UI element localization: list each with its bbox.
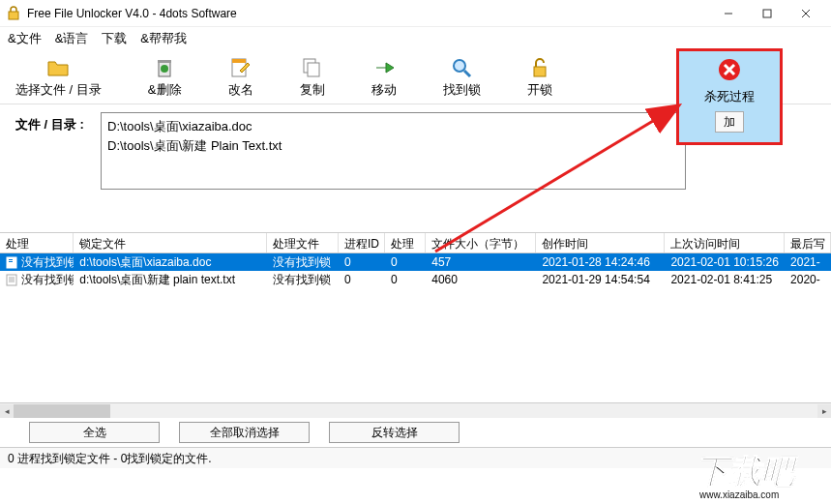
scroll-thumb[interactable] bbox=[14, 404, 110, 418]
add-button[interactable]: 加 bbox=[715, 111, 744, 133]
deselect-all-button[interactable]: 全部取消选择 bbox=[179, 422, 310, 443]
menu-help[interactable]: &帮帮我 bbox=[140, 30, 187, 47]
select-all-button[interactable]: 全选 bbox=[29, 422, 160, 443]
col-accessed[interactable]: 上次访问时间 bbox=[665, 233, 785, 252]
delete-label: &删除 bbox=[148, 81, 182, 99]
path-line: D:\tools\桌面\xiazaiba.doc bbox=[107, 117, 679, 136]
svg-rect-14 bbox=[534, 67, 546, 76]
horizontal-scrollbar[interactable]: ◂ ▸ bbox=[0, 402, 831, 418]
move-label: 移动 bbox=[371, 81, 397, 99]
file-icon bbox=[6, 273, 19, 286]
findlock-label: 找到锁 bbox=[443, 81, 481, 99]
path-label: 文件 / 目录 : bbox=[15, 112, 93, 190]
svg-rect-21 bbox=[9, 261, 13, 262]
rename-label: 改名 bbox=[228, 81, 253, 99]
close-button[interactable] bbox=[786, 0, 825, 27]
grid-body[interactable]: 没有找到锁d:\tools\桌面\xiazaiba.doc没有找到锁004572… bbox=[0, 253, 831, 399]
select-files-button[interactable]: 选择文件 / 目录 bbox=[15, 56, 102, 99]
col-proc[interactable]: 处理 bbox=[0, 233, 74, 252]
scroll-left-arrow[interactable]: ◂ bbox=[0, 404, 14, 418]
menubar: &文件 &语言 下载 &帮帮我 bbox=[0, 27, 831, 50]
svg-text:下载吧: 下载吧 bbox=[696, 453, 798, 489]
svg-rect-20 bbox=[9, 259, 13, 260]
kill-process-button[interactable]: 杀死过程 加 bbox=[676, 48, 783, 145]
menu-language[interactable]: &语言 bbox=[55, 30, 89, 47]
svg-text:www.xiazaiba.com: www.xiazaiba.com bbox=[698, 489, 779, 500]
app-icon bbox=[6, 6, 21, 21]
col-procfile[interactable]: 处理文件 bbox=[267, 233, 339, 252]
window-title: Free File Unlocker V4.0 - 4dots Software bbox=[27, 7, 709, 20]
findlock-button[interactable]: 找到锁 bbox=[443, 56, 481, 99]
unlock-button[interactable]: 开锁 bbox=[527, 56, 552, 99]
col-proc2[interactable]: 处理 bbox=[385, 233, 426, 252]
maximize-button[interactable] bbox=[748, 0, 786, 27]
move-button[interactable]: 移动 bbox=[371, 56, 397, 99]
rename-icon bbox=[229, 56, 252, 79]
svg-rect-2 bbox=[763, 10, 771, 17]
trash-icon bbox=[153, 56, 176, 79]
col-lockfile[interactable]: 锁定文件 bbox=[74, 233, 266, 252]
toolbar: 选择文件 / 目录 &删除 改名 复制 移动 找到锁 开锁 杀死过程 加 bbox=[0, 50, 831, 104]
move-icon bbox=[372, 56, 396, 79]
copy-icon bbox=[301, 56, 324, 79]
menu-download[interactable]: 下载 bbox=[102, 30, 127, 47]
invert-selection-button[interactable]: 反转选择 bbox=[329, 422, 460, 443]
svg-rect-6 bbox=[158, 60, 171, 63]
minimize-button[interactable] bbox=[709, 0, 748, 27]
table-row[interactable]: 没有找到锁d:\tools\桌面\新建 plain text.txt没有找到锁0… bbox=[0, 271, 831, 288]
col-lastwrite[interactable]: 最后写 bbox=[785, 233, 831, 252]
titlebar: Free File Unlocker V4.0 - 4dots Software bbox=[0, 0, 831, 27]
grid-header: 处理 锁定文件 处理文件 进程ID 处理 文件大小（字节） 创作时间 上次访问时… bbox=[0, 232, 831, 253]
svg-rect-11 bbox=[308, 63, 319, 76]
delete-button[interactable]: &删除 bbox=[148, 56, 182, 99]
select-files-label: 选择文件 / 目录 bbox=[15, 81, 102, 99]
scroll-right-arrow[interactable]: ▸ bbox=[817, 404, 831, 418]
path-line: D:\tools\桌面\新建 Plain Text.txt bbox=[107, 136, 679, 156]
bottom-bar: 全选 全部取消选择 反转选择 bbox=[0, 418, 831, 447]
unlock-icon bbox=[528, 56, 551, 79]
copy-button[interactable]: 复制 bbox=[300, 56, 325, 99]
kill-icon bbox=[717, 57, 742, 86]
watermark: 下载吧 www.xiazaiba.com bbox=[696, 446, 831, 504]
folder-icon bbox=[46, 56, 70, 79]
svg-point-12 bbox=[454, 60, 465, 72]
svg-rect-0 bbox=[9, 12, 18, 19]
svg-line-13 bbox=[464, 71, 470, 76]
menu-file[interactable]: &文件 bbox=[8, 30, 42, 47]
kill-label: 杀死过程 bbox=[704, 88, 755, 105]
svg-point-7 bbox=[161, 65, 168, 73]
unlock-label: 开锁 bbox=[527, 81, 552, 99]
rename-button[interactable]: 改名 bbox=[228, 56, 253, 99]
file-icon bbox=[6, 255, 19, 269]
col-pid[interactable]: 进程ID bbox=[339, 233, 385, 252]
col-created[interactable]: 创作时间 bbox=[536, 233, 665, 252]
path-textbox[interactable]: D:\tools\桌面\xiazaiba.doc D:\tools\桌面\新建 … bbox=[101, 112, 686, 190]
table-row[interactable]: 没有找到锁d:\tools\桌面\xiazaiba.doc没有找到锁004572… bbox=[0, 253, 831, 271]
col-size[interactable]: 文件大小（字节） bbox=[426, 233, 536, 252]
svg-rect-9 bbox=[232, 59, 246, 63]
search-icon bbox=[450, 56, 473, 79]
svg-rect-19 bbox=[7, 257, 16, 268]
copy-label: 复制 bbox=[300, 81, 325, 99]
